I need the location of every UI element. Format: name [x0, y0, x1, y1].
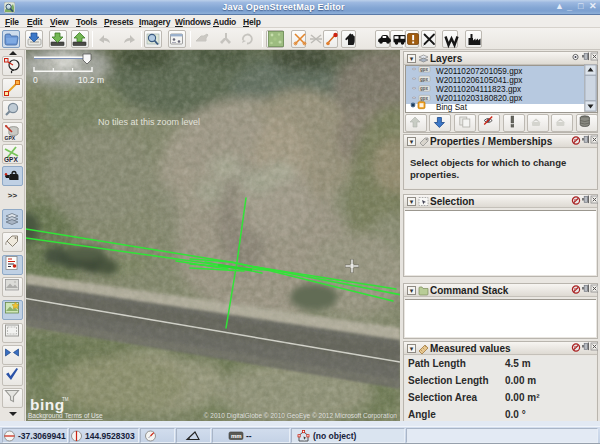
svg-text:No tiles at this zoom level: No tiles at this zoom level [98, 117, 200, 127]
svg-text:10.2 m: 10.2 m [78, 75, 104, 85]
svg-text:GPX: GPX [4, 156, 18, 163]
svg-text:bing: bing [30, 396, 65, 413]
svg-text:GPX: GPX [5, 135, 16, 141]
svg-text:Background Terms of Use: Background Terms of Use [28, 412, 103, 420]
svg-text:mm: mm [231, 433, 242, 439]
svg-text:TM: TM [62, 397, 69, 402]
svg-text:0: 0 [33, 75, 38, 85]
svg-text:© 2010 DigitalGlobe © 2010 Geo: © 2010 DigitalGlobe © 2010 GeoEye © 2012… [204, 412, 398, 420]
svg-text:gpx: gpx [420, 67, 428, 72]
